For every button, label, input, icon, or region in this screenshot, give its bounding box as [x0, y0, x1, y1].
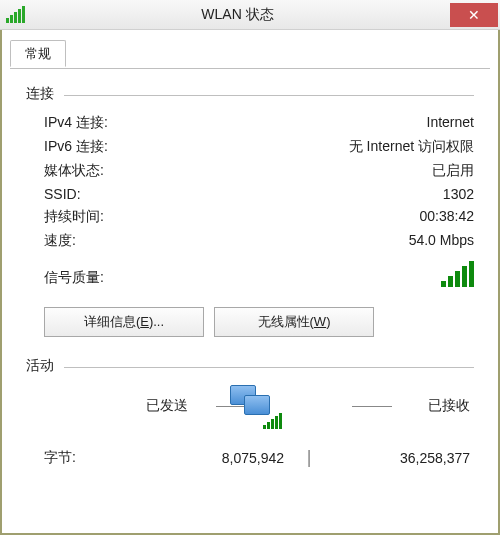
network-computers-icon: [222, 385, 278, 427]
row-signal-quality: 信号质量:: [26, 253, 474, 291]
wireless-properties-button[interactable]: 无线属性(W): [214, 307, 374, 337]
ssid-value: 1302: [443, 186, 474, 202]
activity-received-label: 已接收: [428, 397, 470, 415]
speed-value: 54.0 Mbps: [409, 232, 474, 250]
duration-value: 00:38:42: [420, 208, 475, 226]
wifi-signal-icon: [6, 6, 25, 23]
signal-quality-label: 信号质量:: [44, 269, 104, 287]
ipv6-label: IPv6 连接:: [44, 138, 108, 156]
row-ipv4: IPv4 连接: Internet: [26, 111, 474, 135]
ipv6-value: 无 Internet 访问权限: [349, 138, 474, 156]
activity-sent-label: 已发送: [146, 397, 188, 415]
bytes-label: 字节:: [44, 449, 144, 467]
close-button[interactable]: ✕: [450, 3, 498, 27]
ipv4-value: Internet: [427, 114, 474, 132]
row-speed: 速度: 54.0 Mbps: [26, 229, 474, 253]
section-connection: 连接: [26, 85, 474, 103]
signal-strength-icon: [441, 261, 474, 287]
row-ssid: SSID: 1302: [26, 183, 474, 205]
speed-label: 速度:: [44, 232, 76, 250]
bytes-separator: |: [284, 447, 334, 468]
activity-header: 已发送 已接收: [26, 383, 474, 429]
row-media: 媒体状态: 已启用: [26, 159, 474, 183]
row-ipv6: IPv6 连接: 无 Internet 访问权限: [26, 135, 474, 159]
section-activity-label: 活动: [26, 357, 64, 375]
tab-general[interactable]: 常规: [10, 40, 66, 67]
section-connection-label: 连接: [26, 85, 64, 103]
section-activity: 活动: [26, 357, 474, 375]
ipv4-label: IPv4 连接:: [44, 114, 108, 132]
bytes-sent-value: 8,075,942: [144, 450, 284, 466]
dialog-body: 常规 连接 IPv4 连接: Internet IPv6 连接: 无 Inter…: [0, 30, 500, 535]
details-button[interactable]: 详细信息(E)...: [44, 307, 204, 337]
media-label: 媒体状态:: [44, 162, 104, 180]
ssid-label: SSID:: [44, 186, 81, 202]
window-title: WLAN 状态: [25, 6, 450, 24]
title-bar: WLAN 状态 ✕: [0, 0, 500, 30]
row-bytes: 字节: 8,075,942 | 36,258,377: [26, 439, 474, 468]
media-value: 已启用: [432, 162, 474, 180]
bytes-received-value: 36,258,377: [334, 450, 474, 466]
row-duration: 持续时间: 00:38:42: [26, 205, 474, 229]
close-icon: ✕: [468, 7, 480, 23]
duration-label: 持续时间:: [44, 208, 104, 226]
network-signal-icon: [263, 413, 282, 429]
